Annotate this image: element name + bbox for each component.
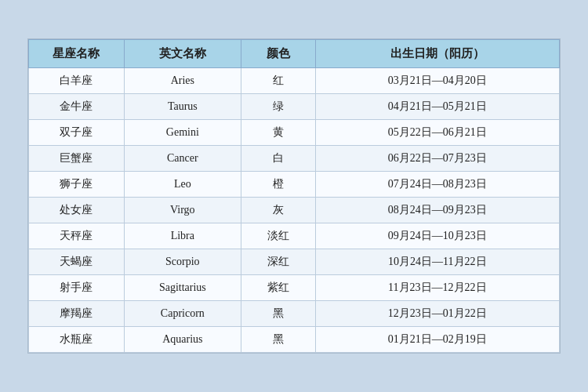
table-row: 处女座Virgo灰08月24日—09月23日 — [29, 198, 560, 223]
table-header-row: 星座名称英文名称颜色出生日期（阳历） — [29, 40, 560, 68]
cell-r1-c2: 绿 — [241, 94, 315, 120]
cell-r5-c1: Virgo — [124, 198, 241, 223]
cell-r6-c0: 天秤座 — [29, 223, 125, 249]
table-row: 水瓶座Aquarius黑01月21日—02月19日 — [29, 327, 560, 353]
table-row: 巨蟹座Cancer白06月22日—07月23日 — [29, 146, 560, 172]
cell-r5-c0: 处女座 — [29, 198, 125, 223]
zodiac-table-container: 星座名称英文名称颜色出生日期（阳历） 白羊座Aries红03月21日—04月20… — [27, 38, 561, 354]
cell-r3-c2: 白 — [241, 146, 315, 172]
cell-r5-c2: 灰 — [241, 198, 315, 223]
cell-r3-c1: Cancer — [124, 146, 241, 172]
cell-r1-c3: 04月21日—05月21日 — [315, 94, 559, 120]
cell-r2-c3: 05月22日—06月21日 — [315, 120, 559, 146]
cell-r7-c0: 天蝎座 — [29, 249, 125, 275]
cell-r10-c0: 水瓶座 — [29, 327, 125, 353]
cell-r10-c3: 01月21日—02月19日 — [315, 327, 559, 353]
table-row: 双子座Gemini黄05月22日—06月21日 — [29, 120, 560, 146]
cell-r8-c1: Sagittarius — [124, 275, 241, 301]
header-1: 英文名称 — [124, 40, 241, 68]
cell-r6-c1: Libra — [124, 223, 241, 249]
cell-r2-c2: 黄 — [241, 120, 315, 146]
table-row: 白羊座Aries红03月21日—04月20日 — [29, 68, 560, 94]
table-body: 白羊座Aries红03月21日—04月20日金牛座Taurus绿04月21日—0… — [29, 68, 560, 353]
table-row: 狮子座Leo橙07月24日—08月23日 — [29, 172, 560, 198]
table-row: 摩羯座Capricorn黑12月23日—01月22日 — [29, 301, 560, 327]
table-row: 射手座Sagittarius紫红11月23日—12月22日 — [29, 275, 560, 301]
cell-r1-c0: 金牛座 — [29, 94, 125, 120]
cell-r9-c1: Capricorn — [124, 301, 241, 327]
cell-r9-c3: 12月23日—01月22日 — [315, 301, 559, 327]
cell-r4-c0: 狮子座 — [29, 172, 125, 198]
cell-r2-c1: Gemini — [124, 120, 241, 146]
cell-r6-c3: 09月24日—10月23日 — [315, 223, 559, 249]
cell-r2-c0: 双子座 — [29, 120, 125, 146]
cell-r8-c3: 11月23日—12月22日 — [315, 275, 559, 301]
cell-r4-c2: 橙 — [241, 172, 315, 198]
cell-r8-c2: 紫红 — [241, 275, 315, 301]
zodiac-table: 星座名称英文名称颜色出生日期（阳历） 白羊座Aries红03月21日—04月20… — [28, 39, 560, 353]
cell-r6-c2: 淡红 — [241, 223, 315, 249]
cell-r4-c1: Leo — [124, 172, 241, 198]
cell-r4-c3: 07月24日—08月23日 — [315, 172, 559, 198]
cell-r5-c3: 08月24日—09月23日 — [315, 198, 559, 223]
cell-r10-c2: 黑 — [241, 327, 315, 353]
cell-r0-c2: 红 — [241, 68, 315, 94]
header-0: 星座名称 — [29, 40, 125, 68]
cell-r7-c3: 10月24日—11月22日 — [315, 249, 559, 275]
table-row: 天秤座Libra淡红09月24日—10月23日 — [29, 223, 560, 249]
cell-r1-c1: Taurus — [124, 94, 241, 120]
header-3: 出生日期（阳历） — [315, 40, 559, 68]
cell-r7-c1: Scorpio — [124, 249, 241, 275]
cell-r0-c3: 03月21日—04月20日 — [315, 68, 559, 94]
cell-r9-c2: 黑 — [241, 301, 315, 327]
cell-r0-c0: 白羊座 — [29, 68, 125, 94]
cell-r10-c1: Aquarius — [124, 327, 241, 353]
table-row: 金牛座Taurus绿04月21日—05月21日 — [29, 94, 560, 120]
cell-r3-c3: 06月22日—07月23日 — [315, 146, 559, 172]
cell-r8-c0: 射手座 — [29, 275, 125, 301]
cell-r0-c1: Aries — [124, 68, 241, 94]
cell-r9-c0: 摩羯座 — [29, 301, 125, 327]
header-2: 颜色 — [241, 40, 315, 68]
cell-r7-c2: 深红 — [241, 249, 315, 275]
table-row: 天蝎座Scorpio深红10月24日—11月22日 — [29, 249, 560, 275]
cell-r3-c0: 巨蟹座 — [29, 146, 125, 172]
